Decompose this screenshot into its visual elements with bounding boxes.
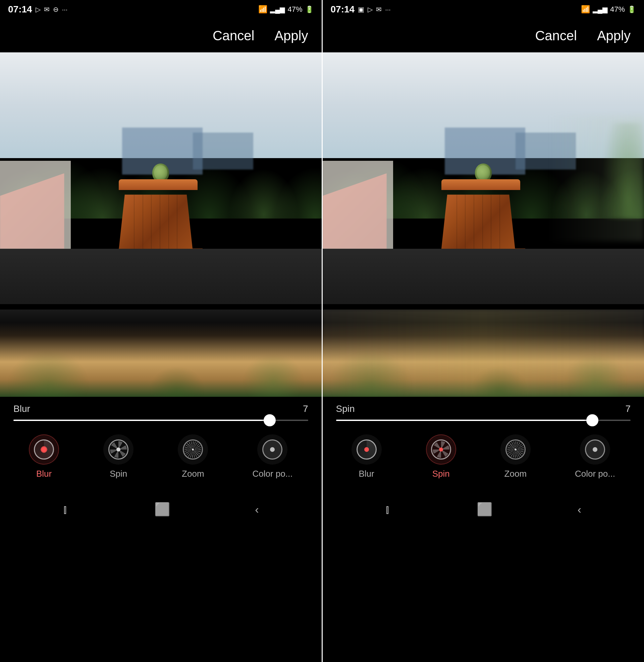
nav-bar-left: ⫿ ⬜ ‹ <box>0 492 322 526</box>
pot-wrap-left <box>119 163 203 257</box>
pot-rim-left <box>119 179 198 190</box>
nav-home-icon-left[interactable]: ⬜ <box>154 502 170 517</box>
img-separator-left <box>0 304 322 310</box>
rib6r <box>500 187 500 249</box>
main-image-left <box>0 52 322 304</box>
spin-tool-icon-right <box>426 435 456 465</box>
time-left: 07:14 <box>8 4 32 15</box>
cancel-button-left[interactable]: Cancel <box>213 28 255 43</box>
ledge-right <box>323 249 644 304</box>
gps-icon-left: ▷ <box>36 5 41 14</box>
spin-tool-icon-left <box>103 435 134 465</box>
zoom-tool-icon-right <box>501 435 531 465</box>
tool-colorpo-right[interactable]: Color po... <box>575 435 615 479</box>
zoom-tool-icon-left <box>178 435 208 465</box>
nav-back-icon-right[interactable]: ‹ <box>578 503 581 516</box>
rib3 <box>151 187 152 249</box>
slider-fill-left <box>14 420 270 421</box>
slider-labels-left: Blur 7 <box>14 403 308 414</box>
blur-tool-icon-left <box>29 435 59 465</box>
wall-left <box>0 161 71 249</box>
bottom-section-right: Spin 7 Blur <box>323 397 644 492</box>
spin-label-right: Spin <box>432 469 450 479</box>
wall-right <box>323 161 393 249</box>
tool-zoom-right[interactable]: Zoom <box>501 435 531 479</box>
slider-value-left: 7 <box>303 403 308 414</box>
tool-zoom-left[interactable]: Zoom <box>178 435 208 479</box>
rib2 <box>142 187 143 249</box>
ground-trees-left <box>0 336 322 397</box>
right-panel: 07:14 ▣ ▷ ✉ ··· 📶 ▂▄▆ 47% 🔋 Cancel Apply <box>323 0 644 662</box>
rib5 <box>168 187 169 249</box>
tool-spin-right[interactable]: Spin <box>426 435 456 479</box>
tool-colorpo-left[interactable]: Color po... <box>252 435 293 479</box>
slider-thumb-right[interactable] <box>586 414 598 426</box>
top-bar-left: Cancel Apply <box>0 19 322 52</box>
rib3r <box>474 187 474 249</box>
blur-icon-left <box>34 439 54 460</box>
tool-spin-left[interactable]: Spin <box>103 435 134 479</box>
colorpo-label-right: Color po... <box>575 469 615 479</box>
blur-tool-icon-right <box>351 435 382 465</box>
rib1r <box>457 187 457 249</box>
apply-button-left[interactable]: Apply <box>274 28 308 43</box>
battery-right: 47% <box>610 5 625 14</box>
ledge-left <box>0 249 322 304</box>
status-bar-left: 07:14 ▷ ✉ ⊖ ··· 📶 ▂▄▆ 47% 🔋 <box>0 0 322 19</box>
battery-icon-left: 🔋 <box>305 5 314 14</box>
pot-rim-right <box>441 179 520 190</box>
spin-icon-right <box>431 439 451 460</box>
more-icon-left: ··· <box>62 6 68 14</box>
wifi-icon-left: 📶 <box>258 5 267 14</box>
nav-back-icon-left[interactable]: ‹ <box>255 503 259 516</box>
rib1 <box>134 187 135 249</box>
pot-body-left <box>119 187 192 249</box>
slider-thumb-left[interactable] <box>263 414 276 426</box>
battery-icon-right: 🔋 <box>627 5 636 14</box>
colorpo-tool-icon-right <box>580 435 610 465</box>
time-right: 07:14 <box>331 4 355 15</box>
nav-home-icon-right[interactable]: ⬜ <box>477 502 492 517</box>
slider-name-right: Spin <box>336 403 355 414</box>
circle-minus-icon-left: ⊖ <box>53 5 59 14</box>
blur-label-right: Blur <box>359 469 374 479</box>
tool-bar-right: Blur Spin Zoom Color po... <box>323 424 644 486</box>
mail-icon-left: ✉ <box>44 5 50 14</box>
slider-name-left: Blur <box>14 403 30 414</box>
slider-fill-right <box>336 420 592 421</box>
zoom-label-right: Zoom <box>504 469 527 479</box>
pot-ribs-left <box>130 187 181 249</box>
tool-blur-right[interactable]: Blur <box>351 435 382 479</box>
nav-menu-icon-left[interactable]: ⫿ <box>63 503 69 516</box>
gps-icon-right: ▷ <box>368 5 373 14</box>
blur-red-dot-left <box>42 447 46 452</box>
colorpo-icon-left <box>262 439 282 460</box>
rib4 <box>160 187 160 249</box>
ground-trees-right <box>323 336 644 397</box>
blur-icon-right <box>356 439 377 460</box>
gallery-icon-right: ▣ <box>358 5 364 14</box>
zoom-label-left: Zoom <box>182 469 204 479</box>
bottom-section-left: Blur 7 Blur <box>0 397 322 492</box>
left-panel: 07:14 ▷ ✉ ⊖ ··· 📶 ▂▄▆ 47% 🔋 Cancel Apply <box>0 0 322 662</box>
zoom-icon-left <box>183 439 203 460</box>
slider-track-right[interactable] <box>336 420 631 421</box>
more-icon-right: ··· <box>385 6 391 14</box>
pot-ribs-right <box>453 187 504 249</box>
bottom-image-left <box>0 310 322 397</box>
pot-wrap-right <box>441 163 525 257</box>
status-bar-right: 07:14 ▣ ▷ ✉ ··· 📶 ▂▄▆ 47% 🔋 <box>323 0 644 19</box>
rib6 <box>177 187 178 249</box>
wifi-icon-right: 📶 <box>581 5 590 14</box>
main-image-right <box>323 52 644 304</box>
spin-icon-left <box>108 439 129 460</box>
tool-blur-left[interactable]: Blur <box>29 435 59 479</box>
bottom-image-right <box>323 310 644 397</box>
slider-track-left[interactable] <box>14 420 308 421</box>
nav-menu-icon-right[interactable]: ⫿ <box>385 503 391 516</box>
nav-bar-right: ⫿ ⬜ ‹ <box>323 492 644 526</box>
apply-button-right[interactable]: Apply <box>597 28 630 43</box>
spin-blur-right <box>564 123 644 219</box>
cancel-button-right[interactable]: Cancel <box>535 28 577 43</box>
slider-section-right: Spin 7 <box>323 397 644 424</box>
